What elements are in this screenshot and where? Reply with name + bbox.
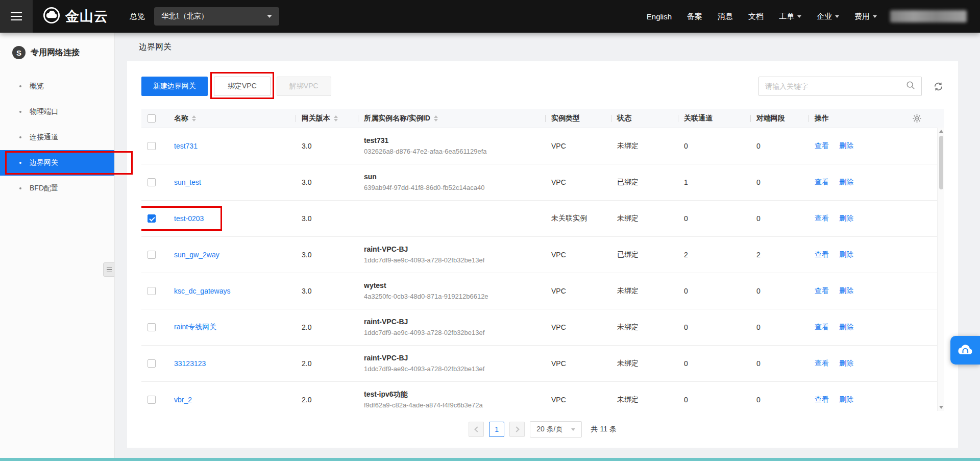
page-size-select[interactable]: 20 条/页 <box>530 421 581 438</box>
table-row[interactable]: 33123123 2.0 raint-VPC-BJ 1ddc7df9-ae9c-… <box>141 345 944 381</box>
sidebar-item[interactable]: 连接通道 <box>0 125 114 150</box>
row-checkbox[interactable] <box>148 142 156 150</box>
cell-version: 3.0 <box>296 236 358 273</box>
table-row[interactable]: sun_gw_2way 3.0 raint-VPC-BJ 1ddc7df9-ae… <box>141 236 944 273</box>
delete-link[interactable]: 删除 <box>839 214 853 222</box>
table-row[interactable]: test-0203 3.0 未关联实例 未绑定 0 0 查看 删除 <box>141 200 944 236</box>
cell-peer: 0 <box>750 309 808 345</box>
overview-menu[interactable]: 总览 <box>130 12 145 21</box>
table-scrollbar[interactable] <box>937 128 944 411</box>
sidebar-menu: 概览 物理端口 连接通道 边界网关 BFD配置 <box>0 74 114 201</box>
view-link[interactable]: 查看 <box>815 286 829 295</box>
topbar-nav-item[interactable]: 文档 <box>748 12 764 21</box>
topbar-nav-item[interactable]: English <box>647 12 672 21</box>
column-settings-button[interactable] <box>913 114 921 123</box>
view-link[interactable]: 查看 <box>815 250 829 258</box>
view-link[interactable]: 查看 <box>815 214 829 222</box>
scroll-down-icon[interactable] <box>939 406 943 409</box>
gateway-name-link[interactable]: ksc_dc_gateways <box>174 287 231 295</box>
gateway-name-link[interactable]: raint专线网关 <box>174 323 216 331</box>
column-header-version[interactable]: 网关版本 <box>302 114 338 123</box>
row-checkbox[interactable] <box>148 251 156 259</box>
delete-link[interactable]: 删除 <box>839 286 853 295</box>
table-row[interactable]: vbr_2 2.0 test-ipv6功能 f9df62a9-c82a-4ade… <box>141 381 944 411</box>
row-checkbox[interactable] <box>148 396 156 404</box>
topbar-nav-item[interactable]: 企业 <box>817 12 839 21</box>
topbar-nav-item[interactable]: 备案 <box>687 12 702 21</box>
sidebar-collapse-handle[interactable] <box>103 262 114 277</box>
chevron-down-icon <box>571 428 575 431</box>
next-page-button[interactable] <box>509 422 525 437</box>
instance-id: 1ddc7df9-ae9c-4093-a728-02fb32be13ef <box>364 255 545 265</box>
sidebar-item[interactable]: BFD配置 <box>0 176 114 201</box>
cell-actions: 查看 删除 <box>808 128 944 164</box>
gateway-name-link[interactable]: sun_gw_2way <box>174 251 219 259</box>
topbar-nav-item[interactable]: 工单 <box>779 12 801 21</box>
bind-vpc-button[interactable]: 绑定VPC <box>214 77 271 96</box>
delete-link[interactable]: 删除 <box>839 323 853 331</box>
cell-name: test-0203 <box>162 200 296 236</box>
hamburger-menu-button[interactable] <box>0 0 33 33</box>
table-row[interactable]: raint专线网关 2.0 raint-VPC-BJ 1ddc7df9-ae9c… <box>141 309 944 345</box>
delete-link[interactable]: 删除 <box>839 178 853 186</box>
view-link[interactable]: 查看 <box>815 395 829 403</box>
row-checkbox[interactable] <box>148 359 156 368</box>
gateway-name-link[interactable]: vbr_2 <box>174 396 192 404</box>
cell-peer: 0 <box>750 273 808 309</box>
delete-link[interactable]: 删除 <box>839 141 853 150</box>
table-row[interactable]: test731 3.0 test731 032626a8-d876-47e2-a… <box>141 128 944 164</box>
search-icon[interactable] <box>906 81 915 92</box>
row-checkbox[interactable] <box>148 214 156 223</box>
brand-logo[interactable]: 金山云 <box>43 7 108 26</box>
delete-link[interactable]: 删除 <box>839 359 853 367</box>
scroll-up-icon[interactable] <box>939 130 943 133</box>
search-box[interactable] <box>758 77 922 96</box>
table-row[interactable]: sun_test 3.0 sun 639ab94f-97dd-41f8-86d0… <box>141 164 944 200</box>
column-header-instance[interactable]: 所属实例名称/实例ID <box>364 114 438 123</box>
account-info-redacted[interactable] <box>890 10 967 22</box>
sort-icon[interactable] <box>334 115 338 122</box>
scrollbar-thumb[interactable] <box>939 136 943 189</box>
sidebar-item[interactable]: 概览 <box>0 74 114 99</box>
select-all-checkbox[interactable] <box>148 114 156 123</box>
cell-select <box>141 381 162 411</box>
delete-link[interactable]: 删除 <box>839 395 853 403</box>
view-link[interactable]: 查看 <box>815 178 829 186</box>
row-checkbox[interactable] <box>148 287 156 295</box>
sort-icon[interactable] <box>192 115 196 122</box>
gateway-name-link[interactable]: test731 <box>174 142 198 150</box>
sidebar-item[interactable]: 物理端口 <box>0 99 114 125</box>
cell-actions: 查看 删除 <box>808 309 944 345</box>
row-checkbox[interactable] <box>148 178 156 186</box>
delete-link[interactable]: 删除 <box>839 250 853 258</box>
gateway-name-link[interactable]: test-0203 <box>174 214 204 223</box>
cell-actions: 查看 删除 <box>808 164 944 200</box>
create-gateway-button[interactable]: 新建边界网关 <box>141 77 208 96</box>
search-input[interactable] <box>765 82 906 90</box>
cell-actions: 查看 删除 <box>808 200 944 236</box>
cell-select <box>141 273 162 309</box>
topbar-nav-item[interactable]: 消息 <box>718 12 733 21</box>
table-row[interactable]: ksc_dc_gateways 3.0 wytest 4a3250fc-0cb3… <box>141 273 944 309</box>
toolbar: 新建边界网关 绑定VPC 解绑VPC <box>141 77 944 96</box>
current-page[interactable]: 1 <box>489 422 504 437</box>
view-link[interactable]: 查看 <box>815 141 829 150</box>
row-checkbox[interactable] <box>148 323 156 331</box>
gateway-name-link[interactable]: sun_test <box>174 178 201 186</box>
view-link[interactable]: 查看 <box>815 359 829 367</box>
cell-channels: 2 <box>678 236 750 273</box>
topbar-nav: English 备案 消息 文档 工单 企业 费用 <box>647 12 877 21</box>
cell-peer: 0 <box>750 128 808 164</box>
sort-icon[interactable] <box>434 115 438 122</box>
topbar-nav-item[interactable]: 费用 <box>854 12 877 21</box>
view-link[interactable]: 查看 <box>815 323 829 331</box>
gateway-name-link[interactable]: 33123123 <box>174 359 206 368</box>
support-chat-button[interactable] <box>950 336 980 365</box>
region-selector[interactable]: 华北1（北京） <box>154 7 279 26</box>
sidebar-item[interactable]: 边界网关 <box>0 150 114 176</box>
cell-version: 3.0 <box>296 128 358 164</box>
column-header-name[interactable]: 名称 <box>174 114 196 123</box>
refresh-button[interactable] <box>933 81 944 92</box>
prev-page-button[interactable] <box>469 422 484 437</box>
cell-select <box>141 345 162 381</box>
